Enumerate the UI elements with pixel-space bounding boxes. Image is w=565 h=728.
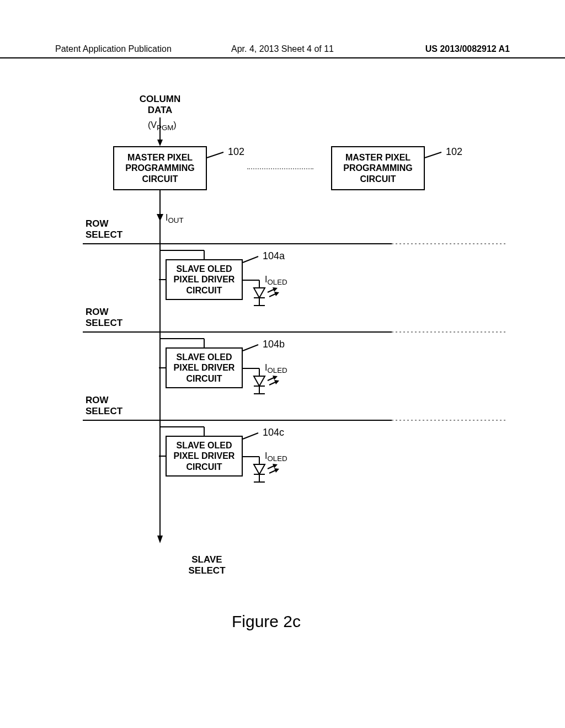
diagram-area: COLUMN DATA (VPGM) MASTER PIXEL PROGRAMM…	[0, 55, 565, 662]
leader-102-right	[425, 150, 445, 161]
rowstub-104a	[159, 279, 167, 281]
rowstub-104c	[159, 455, 167, 457]
svg-line-47	[243, 433, 258, 439]
ioled-104c: IOLED	[265, 451, 287, 463]
svg-line-13	[243, 256, 258, 263]
ioled-104a: IOLED	[265, 275, 287, 286]
svg-line-3	[425, 152, 441, 158]
header-center: Apr. 4, 2013 Sheet 4 of 11	[207, 44, 359, 54]
row-select-3-line	[83, 419, 508, 421]
svg-marker-6	[157, 214, 163, 221]
column-data-label: COLUMN DATA	[127, 94, 193, 115]
ref-104b: 104b	[263, 339, 285, 350]
master-pixel-box-left: MASTER PIXEL PROGRAMMING CIRCUIT	[113, 146, 207, 190]
dotted-master-gap	[247, 168, 313, 169]
header-right: US 2013/0082912 A1	[358, 44, 510, 54]
iout-tick	[156, 212, 164, 221]
slave-box-104c: SLAVE OLED PIXEL DRIVER CIRCUIT	[166, 436, 243, 477]
slave-box-104a: SLAVE OLED PIXEL DRIVER CIRCUIT	[166, 259, 243, 300]
row-select-2-label: ROW SELECT	[86, 307, 135, 328]
iout-label: IOUT	[166, 213, 184, 224]
branch-104a	[159, 243, 225, 259]
arrow-column-to-master	[157, 117, 163, 146]
master-pixel-box-right: MASTER PIXEL PROGRAMMING CIRCUIT	[331, 146, 425, 190]
leader-104a	[243, 255, 262, 265]
row-select-1-label: ROW SELECT	[86, 218, 135, 240]
branch-104b	[159, 331, 225, 347]
svg-marker-16	[254, 288, 265, 298]
leader-102-left	[207, 150, 227, 161]
ref-104c: 104c	[263, 427, 284, 438]
svg-line-2	[207, 152, 223, 158]
slave-box-104b: SLAVE OLED PIXEL DRIVER CIRCUIT	[166, 347, 243, 388]
ref-102-right: 102	[446, 146, 462, 158]
leader-104b	[243, 343, 262, 353]
rowstub-104b	[159, 367, 167, 369]
row-select-1-line	[83, 243, 508, 245]
branch-104c	[159, 419, 225, 436]
slave-select-label: SLAVE SELECT	[179, 554, 234, 576]
ref-102-left: 102	[228, 146, 244, 158]
svg-marker-50	[254, 464, 265, 474]
ref-104a: 104a	[263, 250, 285, 262]
row-select-2-line	[83, 331, 508, 333]
svg-marker-1	[157, 140, 163, 146]
svg-marker-33	[254, 376, 265, 386]
svg-line-30	[243, 345, 258, 351]
header-left: Patent Application Publication	[55, 44, 207, 54]
ioled-104b: IOLED	[265, 363, 287, 374]
row-select-3-label: ROW SELECT	[86, 395, 135, 416]
figure-caption: Figure 2c	[232, 612, 301, 631]
leader-104c	[243, 431, 262, 441]
svg-marker-5	[157, 536, 163, 543]
